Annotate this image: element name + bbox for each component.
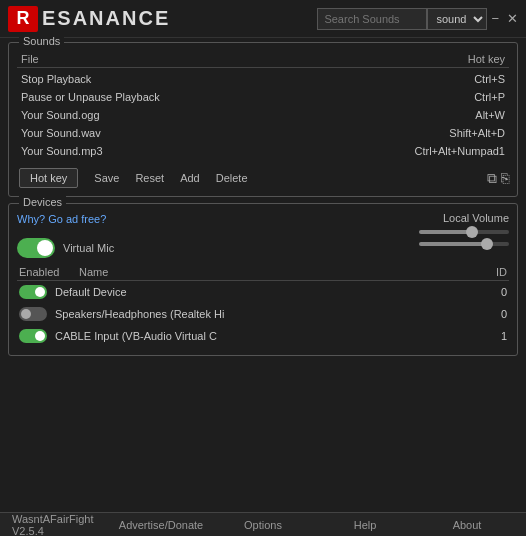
device-toggle-1[interactable]	[19, 285, 47, 299]
save-button[interactable]: Save	[94, 172, 119, 184]
device-row-1: Default Device 0	[17, 281, 509, 303]
virtual-mic-toggle-row: Virtual Mic	[17, 238, 114, 258]
virtual-mic-slider-row	[419, 242, 509, 246]
ad-free-link[interactable]: Why? Go ad free?	[17, 213, 106, 225]
col-name-header: Name	[79, 266, 477, 278]
sounds-section-label: Sounds	[19, 35, 64, 47]
toolbar-icons: ⧉ ⎘	[487, 171, 509, 185]
devices-table-header: Enabled Name ID	[17, 262, 509, 281]
reset-button[interactable]: Reset	[135, 172, 164, 184]
device-id-3: 1	[477, 330, 507, 342]
version-label: WasntAFairFight V2.5.4	[8, 511, 110, 537]
sounds-dropdown[interactable]: sounds	[427, 8, 487, 30]
sounds-table: File Hot key Stop Playback Ctrl+S Pause …	[17, 51, 509, 160]
virtual-mic-label: Virtual Mic	[63, 242, 114, 254]
sounds-row[interactable]: Pause or Unpause Playback Ctrl+P	[17, 88, 509, 106]
col-file-header: File	[21, 53, 39, 65]
search-input[interactable]	[317, 8, 427, 30]
local-volume-slider-row	[419, 230, 509, 234]
sounds-table-header: File Hot key	[17, 51, 509, 68]
device-name-3: CABLE Input (VB-Audio Virtual C	[47, 330, 477, 342]
sounds-row[interactable]: Stop Playback Ctrl+S	[17, 70, 509, 88]
devices-section-label: Devices	[19, 196, 66, 208]
device-row-2: Speakers/Headphones (Realtek Hi 0	[17, 303, 509, 325]
device-id-2: 0	[477, 308, 507, 320]
main-content: Sounds File Hot key Stop Playback Ctrl+S…	[0, 38, 526, 360]
help-link[interactable]: Help	[314, 517, 416, 533]
device-name-2: Speakers/Headphones (Realtek Hi	[47, 308, 477, 320]
sounds-toolbar: Hot key Save Reset Add Delete ⧉ ⎘	[17, 168, 509, 188]
devices-section: Devices Why? Go ad free? Virtual Mic Loc…	[8, 203, 518, 356]
devices-top: Why? Go ad free? Virtual Mic Local Volum…	[17, 212, 509, 258]
local-volume-label: Local Volume	[443, 212, 509, 224]
col-enabled-header: Enabled	[19, 266, 79, 278]
local-volume-slider[interactable]	[419, 230, 509, 234]
close-button[interactable]: ✕	[507, 12, 518, 25]
sounds-row[interactable]: Your Sound.mp3 Ctrl+Alt+Numpad1	[17, 142, 509, 160]
sounds-row[interactable]: Your Sound.ogg Alt+W	[17, 106, 509, 124]
sounds-row[interactable]: Your Sound.wav Shift+Alt+D	[17, 124, 509, 142]
device-id-1: 0	[477, 286, 507, 298]
minimize-button[interactable]: −	[491, 12, 499, 25]
copy-icon-button[interactable]: ⧉	[487, 171, 497, 185]
device-name-1: Default Device	[47, 286, 477, 298]
col-id-header: ID	[477, 266, 507, 278]
app-name: ESANANCE	[42, 7, 317, 30]
delete-button[interactable]: Delete	[216, 172, 248, 184]
add-button[interactable]: Add	[180, 172, 200, 184]
advertise-donate-link[interactable]: Advertise/Donate	[110, 517, 212, 533]
hotkey-button[interactable]: Hot key	[19, 168, 78, 188]
col-hotkey-header: Hot key	[468, 53, 505, 65]
statusbar: WasntAFairFight V2.5.4 Advertise/Donate …	[0, 512, 526, 536]
app-logo: R	[8, 6, 38, 32]
ad-free-area: Why? Go ad free? Virtual Mic	[17, 212, 114, 258]
device-toggle-3[interactable]	[19, 329, 47, 343]
about-link[interactable]: About	[416, 517, 518, 533]
options-link[interactable]: Options	[212, 517, 314, 533]
virtual-mic-toggle[interactable]	[17, 238, 55, 258]
device-toggle-2[interactable]	[19, 307, 47, 321]
titlebar: R ESANANCE sounds − ✕	[0, 0, 526, 38]
sounds-section: Sounds File Hot key Stop Playback Ctrl+S…	[8, 42, 518, 197]
virtual-mic-slider[interactable]	[419, 242, 509, 246]
window-controls: − ✕	[491, 12, 518, 25]
volume-section: Local Volume	[419, 212, 509, 246]
paste-icon-button[interactable]: ⎘	[501, 171, 509, 185]
device-row-3: CABLE Input (VB-Audio Virtual C 1	[17, 325, 509, 347]
